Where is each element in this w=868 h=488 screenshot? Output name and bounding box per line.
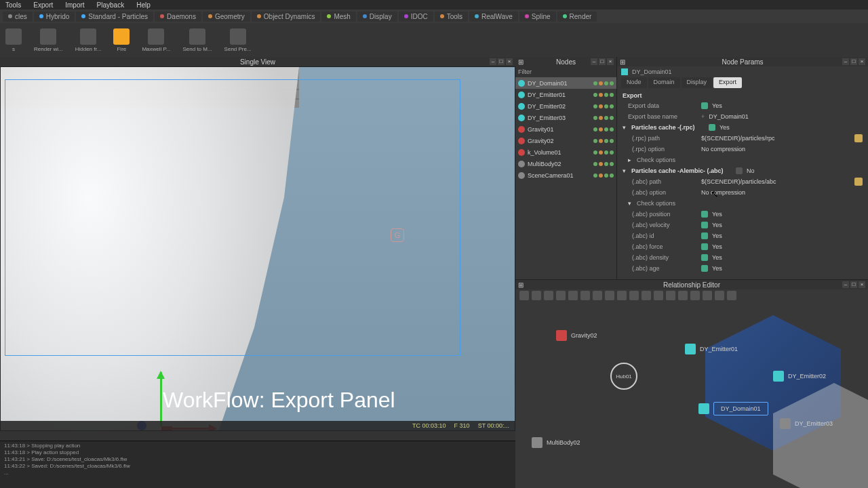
rel-tool-4[interactable] — [568, 291, 578, 300]
rel-tool-1[interactable] — [532, 291, 541, 300]
tab-node[interactable]: Node — [621, 77, 647, 88]
rel-node-Gravity02[interactable]: Gravity02 — [556, 330, 597, 341]
params-header: DY_Domain01 — [617, 66, 868, 77]
rel-tool-17[interactable] — [727, 291, 736, 300]
ribbon-idoc[interactable]: IDOC — [399, 12, 433, 22]
panel-controls[interactable]: –□× — [591, 58, 614, 65]
menu-help[interactable]: Help — [136, 1, 151, 9]
rel-tool-14[interactable] — [690, 291, 700, 300]
node-DY_Emitter01[interactable]: DY_Emitter01 — [515, 89, 616, 100]
node-k_Volume01[interactable]: k_Volume01 — [515, 146, 616, 158]
nodes-panel: ⊞ Nodes –□× Filter DY_Domain01DY_Emitter… — [515, 57, 617, 279]
node-DY_Domain01[interactable]: DY_Domain01 — [515, 77, 616, 89]
rel-tool-10[interactable] — [642, 291, 651, 300]
tool-send-pre-[interactable]: Send Pre... — [224, 28, 252, 52]
panel-dock-icon[interactable]: ⊞ — [620, 58, 625, 66]
nodes-filter[interactable]: Filter — [515, 66, 616, 77]
ribbon-tools[interactable]: Tools — [435, 12, 468, 22]
rel-tool-16[interactable] — [715, 291, 724, 300]
rel-node-DY_Domain01[interactable]: DY_Domain01 — [698, 402, 768, 415]
abc-field-check[interactable] — [701, 211, 708, 218]
abc-field-check[interactable] — [701, 265, 708, 272]
node-Gravity01[interactable]: Gravity01 — [515, 123, 616, 135]
tool-maxwell-p-[interactable]: Maxwell P... — [142, 28, 170, 52]
params-title: ⊞ Node Params –□× — [617, 57, 868, 66]
rel-tool-2[interactable] — [544, 291, 553, 300]
menu-export[interactable]: Export — [33, 1, 53, 9]
panel-dock-icon[interactable]: ⊞ — [518, 58, 524, 66]
abc-field-check[interactable] — [701, 232, 708, 239]
ribbon-render[interactable]: Render — [557, 12, 597, 22]
gravity-gizmo-icon[interactable]: G — [391, 228, 404, 242]
rel-toolbar — [515, 289, 868, 302]
rel-tool-7[interactable] — [605, 291, 614, 300]
log-panel: 11:43:18 > Stopping play action11:43:18 … — [0, 441, 515, 488]
tool-send-to-m-[interactable]: Send to M... — [182, 28, 212, 52]
abc-field-check[interactable] — [701, 243, 708, 250]
ribbon-standard-particles[interactable]: Standard - Particles — [76, 12, 153, 22]
log-line: 11:43:18 > Stopping play action — [4, 443, 511, 449]
ribbon-daemons[interactable]: Daemons — [155, 12, 201, 22]
rel-tool-15[interactable] — [703, 291, 712, 300]
ribbon-display[interactable]: Display — [357, 12, 397, 22]
rel-tool-5[interactable] — [580, 291, 590, 300]
rel-tool-13[interactable] — [678, 291, 688, 300]
rel-title: ⊞ Relationship Editor –□× — [515, 280, 868, 289]
rel-node-DY_Emitter03[interactable]: DY_Emitter03 — [780, 418, 833, 429]
ribbon-hybrido[interactable]: Hybrido — [34, 12, 75, 22]
rpc-check[interactable] — [709, 124, 715, 131]
ribbon-mesh[interactable]: Mesh — [321, 12, 355, 22]
tool-hidden-fr-[interactable]: Hidden fr... — [75, 28, 102, 52]
tab-domain[interactable]: Domain — [648, 77, 680, 88]
node-SceneCamera01[interactable]: SceneCamera01 — [515, 169, 616, 181]
tool-fire[interactable]: Fire — [113, 28, 130, 52]
rel-canvas[interactable]: Hub01 Gravity02DY_Emitter01DY_Emitter02D… — [515, 302, 868, 488]
ribbon-geometry[interactable]: Geometry — [203, 12, 250, 22]
folder-icon[interactable] — [854, 134, 863, 142]
menu-import[interactable]: Import — [65, 1, 84, 9]
log-line: 11:43:21 > Save: D:/scenes/test_cloacas/… — [4, 456, 511, 463]
tool-render-wi-[interactable]: Render wi... — [34, 28, 63, 52]
abc-field-check[interactable] — [701, 254, 708, 261]
ribbon-object-dynamics[interactable]: Object Dynamics — [252, 12, 321, 22]
tab-display[interactable]: Display — [682, 77, 713, 88]
rel-tool-0[interactable] — [519, 291, 529, 300]
tool-s[interactable]: s — [5, 28, 22, 52]
folder-icon[interactable] — [854, 178, 863, 186]
menu-playback[interactable]: Playback — [97, 1, 125, 9]
rel-node-MultiBody02[interactable]: MultiBody02 — [532, 437, 580, 448]
node-MultiBody02[interactable]: MultiBody02 — [515, 158, 616, 169]
export-data-check[interactable] — [701, 102, 708, 109]
axis-y[interactable] — [160, 372, 162, 426]
rel-tool-9[interactable] — [629, 291, 639, 300]
node-Gravity02[interactable]: Gravity02 — [515, 135, 616, 146]
toolbar: sRender wi...Hidden fr...FireMaxwell P..… — [0, 23, 868, 57]
panel-controls[interactable]: –□× — [490, 58, 513, 65]
viewport[interactable]: G TC 00:03:10 F 310 ST 00:00:... — [0, 66, 515, 431]
export-header[interactable]: Export — [623, 91, 863, 100]
ribbon-realwave[interactable]: RealWave — [469, 12, 518, 22]
node-DY_Emitter03[interactable]: DY_Emitter03 — [515, 112, 616, 123]
panel-controls[interactable]: –□× — [842, 281, 865, 288]
abc-field-check[interactable] — [701, 222, 708, 228]
rel-node-DY_Emitter02[interactable]: DY_Emitter02 — [773, 371, 826, 382]
rel-tool-11[interactable] — [654, 291, 663, 300]
rel-tool-3[interactable] — [556, 291, 566, 300]
rel-node-DY_Emitter01[interactable]: DY_Emitter01 — [685, 344, 738, 354]
menu-tools[interactable]: Tools — [5, 1, 21, 9]
tab-export[interactable]: Export — [713, 77, 742, 88]
panel-controls[interactable]: –□× — [842, 58, 865, 65]
ribbon-cles[interactable]: cles — [3, 12, 33, 22]
panel-dock-icon[interactable]: ⊞ — [518, 281, 524, 289]
relationship-editor: ⊞ Relationship Editor –□× Hub01 Gravity0… — [515, 279, 868, 488]
viewport-statusbar: TC 00:03:10 F 310 ST 00:00:... — [1, 421, 515, 430]
camera-frame — [5, 79, 460, 356]
node-DY_Emitter02[interactable]: DY_Emitter02 — [515, 100, 616, 112]
rel-tool-8[interactable] — [617, 291, 627, 300]
rel-tool-12[interactable] — [666, 291, 675, 300]
abc-check[interactable] — [736, 167, 743, 174]
ribbon-spline[interactable]: Spline — [519, 12, 556, 22]
video-overlay-title: WorkFlow: Export Panel — [163, 388, 395, 413]
rel-tool-6[interactable] — [593, 291, 602, 300]
hub-node[interactable]: Hub01 — [610, 363, 637, 390]
